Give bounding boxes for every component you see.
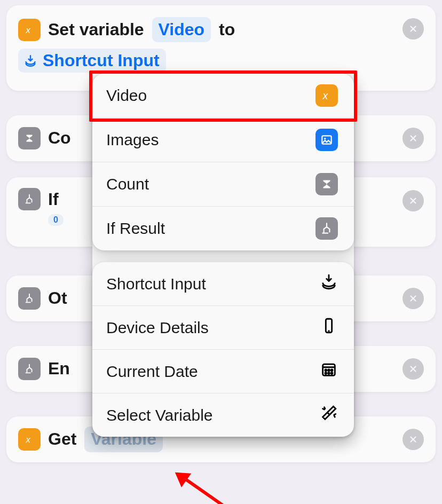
photo-icon	[315, 129, 338, 151]
variable-option-images[interactable]: Images	[92, 117, 354, 162]
delete-button[interactable]	[402, 429, 424, 450]
svg-point-10	[328, 369, 330, 371]
branch-icon	[18, 358, 41, 380]
variable-picker-popover: Video x Images Count If Result Shortcu	[92, 74, 354, 437]
set-variable-prefix: Set variable	[48, 20, 144, 39]
variable-option-if-result[interactable]: If Result	[92, 206, 354, 250]
svg-text:x: x	[322, 90, 328, 101]
delete-button[interactable]	[402, 128, 424, 149]
variable-icon: x	[315, 84, 338, 107]
variable-icon: x	[18, 428, 41, 451]
variable-option-device-details[interactable]: Device Details	[92, 305, 354, 349]
variable-option-current-date[interactable]: Current Date	[92, 349, 354, 393]
svg-point-13	[328, 373, 330, 374]
svg-point-9	[325, 369, 327, 371]
branch-icon	[18, 287, 41, 310]
branch-icon	[18, 188, 41, 210]
shortcut-input-icon	[23, 54, 37, 68]
calendar-icon	[320, 360, 338, 382]
svg-point-4	[324, 138, 326, 139]
sigma-icon	[18, 127, 41, 149]
action-text: Set variable Video to	[48, 17, 424, 42]
branch-icon	[315, 217, 338, 240]
sigma-icon	[315, 173, 338, 195]
svg-text:x: x	[26, 25, 31, 34]
shortcut-input-token[interactable]: Shortcut Input	[18, 49, 166, 73]
if-value-token[interactable]: 0	[48, 214, 64, 226]
svg-point-14	[331, 373, 333, 374]
delete-button[interactable]	[402, 288, 424, 309]
variable-picker-group-magic: Shortcut Input Device Details Current Da…	[92, 262, 354, 437]
svg-point-11	[331, 369, 333, 371]
set-variable-suffix: to	[219, 20, 235, 39]
variable-icon: x	[18, 19, 41, 41]
shortcut-input-icon	[320, 273, 338, 295]
variable-name-token[interactable]: Video	[152, 17, 211, 42]
variable-picker-group-variables: Video x Images Count If Result	[92, 74, 354, 250]
variable-option-shortcut-input[interactable]: Shortcut Input	[92, 262, 354, 305]
svg-text:x: x	[26, 435, 31, 444]
delete-button[interactable]	[402, 190, 424, 211]
svg-point-12	[325, 373, 327, 374]
variable-option-video[interactable]: Video x	[92, 74, 354, 117]
variable-option-select-variable[interactable]: Select Variable	[92, 393, 354, 437]
sparkle-icon	[320, 404, 338, 426]
delete-button[interactable]	[402, 358, 424, 380]
get-label: Get	[48, 429, 76, 448]
variable-option-count[interactable]: Count	[92, 162, 354, 206]
delete-button[interactable]	[402, 18, 424, 40]
phone-icon	[320, 317, 338, 338]
